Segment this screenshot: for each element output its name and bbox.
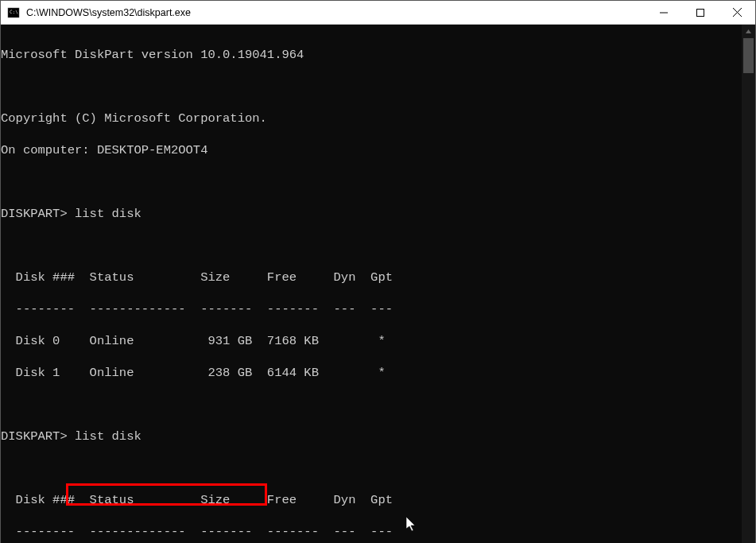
blank-line [1,174,742,190]
prompt-line: DISKPART> list disk [1,206,742,222]
scroll-up-arrow[interactable] [742,25,755,38]
app-icon: C:\ [7,6,20,19]
blank-line [1,460,742,476]
table-header: Disk ### Status Size Free Dyn Gpt [1,492,742,508]
maximize-button[interactable] [682,1,719,24]
svg-text:C:\: C:\ [10,9,18,14]
table-row: Disk 1 Online 238 GB 6144 KB * [1,365,742,381]
table-header: Disk ### Status Size Free Dyn Gpt [1,270,742,285]
blank-line [1,238,742,254]
table-separator: -------- ------------- ------- ------- -… [1,301,742,317]
minimize-button[interactable] [646,1,682,24]
close-button[interactable] [719,1,755,24]
vertical-scrollbar[interactable] [742,25,755,543]
copyright-line: Copyright (C) Microsoft Corporation. [1,111,742,126]
prompt-line: DISKPART> list disk [1,429,742,444]
svg-marker-6 [746,29,751,33]
window: C:\ C:\WINDOWS\system32\diskpart.exe Mic… [0,0,756,543]
computer-line: On computer: DESKTOP-EM2OOT4 [1,142,742,158]
titlebar[interactable]: C:\ C:\WINDOWS\system32\diskpart.exe [1,1,755,25]
version-line: Microsoft DiskPart version 10.0.19041.96… [1,47,742,63]
table-row: Disk 0 Online 931 GB 7168 KB * [1,333,742,349]
svg-rect-3 [697,9,704,16]
scroll-track[interactable] [742,38,755,543]
blank-line [1,397,742,413]
console-area: Microsoft DiskPart version 10.0.19041.96… [1,25,755,543]
blank-line [1,79,742,95]
window-title: C:\WINDOWS\system32\diskpart.exe [26,7,646,18]
table-separator: -------- ------------- ------- ------- -… [1,524,742,540]
window-controls [646,1,755,24]
scroll-thumb[interactable] [743,38,754,73]
console-output[interactable]: Microsoft DiskPart version 10.0.19041.96… [1,25,742,543]
